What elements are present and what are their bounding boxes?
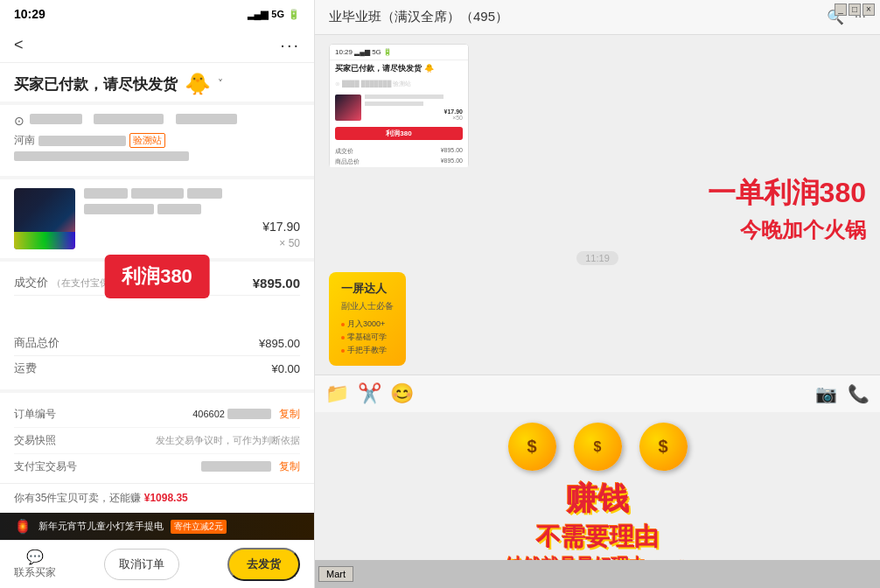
address-province: 河南 验溯站 <box>14 133 300 148</box>
recipient-phone2 <box>176 114 237 124</box>
mini-blur2 <box>365 102 423 106</box>
recipient-name <box>30 114 82 124</box>
earn-main-text: 赚钱 <box>506 478 688 521</box>
cancel-order-button[interactable]: 取消订单 <box>104 549 179 580</box>
chat-messages: 10:29 ▂▄▆ 5G 🔋 买家已付款，请尽快发货 🐥 ⊙ ████ ████… <box>315 35 880 374</box>
promo-text: 新年元宵节儿童小灯笼手提电 <box>38 520 164 533</box>
mini-product-img <box>335 94 361 121</box>
status-icons: ▂▄▆ 5G 🔋 <box>248 9 300 20</box>
total-price-row: 商品总价 ¥895.00 <box>14 331 300 356</box>
order-number-label: 订单编号 <box>14 407 56 422</box>
product-name-blur <box>84 188 300 199</box>
chat-image-message: 10:29 ▂▄▆ 5G 🔋 买家已付款，请尽快发货 🐥 ⊙ ████ ████… <box>329 44 469 167</box>
mini-blur1 <box>365 94 443 99</box>
address-full-blur <box>14 151 189 161</box>
back-button[interactable]: < <box>14 36 24 54</box>
right-panel-wrapper: _ □ × 业毕业班（满汉全席）（495） 🔍 ··· 10:29 ▂▄▆ 5G… <box>315 0 880 588</box>
order-no-blur <box>227 409 271 419</box>
chat-input-bar: 📁 ✂️ 😊 📷 📞 <box>315 374 880 412</box>
promo-banner: 🏮 新年元宵节儿童小灯笼手提电 寄件立减2元 <box>0 513 314 540</box>
product-image <box>14 188 75 249</box>
contact-icon: 💬 <box>14 549 56 565</box>
chat-header: 业毕业班（满汉全席）（495） 🔍 ··· <box>315 0 880 35</box>
left-panel: 10:29 ▂▄▆ 5G 🔋 < ··· 买家已付款，请尽快发货 🐥 ˅ ⊙ <box>0 0 315 588</box>
mini-product: ¥17.90 ×50 <box>330 91 468 124</box>
app-header: < ··· <box>0 28 314 63</box>
province-name: 河南 <box>14 133 35 148</box>
product-name-blur2 <box>84 204 300 214</box>
flash-note: 发生交易争议时，可作为判断依据 <box>156 434 300 447</box>
mini-price: ¥17.90 <box>365 108 463 115</box>
total-price-label: 商品总价 <box>14 335 59 351</box>
network-type: 5G <box>271 9 284 19</box>
mini-addr: ⊙ ████ ███████ 验溯站 <box>330 77 468 91</box>
chat-title: 业毕业班（满汉全席）（495） <box>329 9 820 25</box>
mini-header: 10:29 ▂▄▆ 5G 🔋 <box>330 45 468 60</box>
location-icon: ⊙ <box>14 114 24 128</box>
order-title-bar: 买家已付款，请尽快发货 🐥 ˅ <box>0 63 314 102</box>
order-number-row: 订单编号 406602 复制 <box>14 402 300 428</box>
total-price-value: ¥895.00 <box>259 337 300 350</box>
yellow-row-3: 手把手教学 <box>341 344 394 357</box>
yellow-card-subtitle: 副业人士必备 <box>341 300 394 312</box>
promo-icon: 🏮 <box>14 518 31 535</box>
message-timestamp: 11:19 <box>576 251 618 265</box>
coin-2: $ <box>574 423 622 471</box>
yellow-card-rows: 月入3000+ 零基础可学 手把手教学 <box>341 318 394 357</box>
taskbar-mart-item[interactable]: Mart <box>318 566 353 582</box>
profit-badge: 利润380 <box>104 255 210 298</box>
wechat-panel: 业毕业班（满汉全席）（495） 🔍 ··· 10:29 ▂▄▆ 5G 🔋 买家已… <box>315 0 880 588</box>
alipay-value: 复制 <box>201 459 300 474</box>
flash-snapshot-row: 交易快照 发生交易争议时，可作为判断依据 <box>14 428 300 454</box>
address-row: ⊙ <box>14 114 300 130</box>
yellow-row-1: 月入3000+ <box>341 318 394 331</box>
alipay-label: 支付宝交易号 <box>14 459 77 474</box>
status-bar: 10:29 ▂▄▆ 5G 🔋 <box>0 0 314 28</box>
mini-title: 买家已付款，请尽快发货 🐥 <box>330 60 468 77</box>
window-controls: _ □ × <box>829 0 880 19</box>
mini-price-row1: 成交价¥895.00 <box>335 146 463 157</box>
mini-qty: ×50 <box>365 115 463 121</box>
detection-badge: 验溯站 <box>129 133 165 148</box>
copy-order-btn[interactable]: 复制 <box>279 408 300 420</box>
maximize-button[interactable]: □ <box>849 4 861 16</box>
ship-order-button[interactable]: 去发货 <box>227 548 300 581</box>
recipient-phone <box>94 114 164 124</box>
bottom-tip: 你有35件宝贝可卖，还能赚 ¥1098.35 <box>0 483 314 513</box>
phone-icon[interactable]: 📞 <box>848 383 870 404</box>
order-title: 买家已付款，请尽快发货 <box>14 74 178 94</box>
shipping-label: 运费 <box>14 360 37 376</box>
scissors-icon[interactable]: ✂️ <box>358 382 381 405</box>
camera-icon[interactable]: 📷 <box>815 383 837 404</box>
folder-icon[interactable]: 📁 <box>325 382 349 405</box>
tip-amount: ¥1098.35 <box>144 492 188 504</box>
yellow-dot-2 <box>341 336 345 340</box>
signal-icon: ▂▄▆ <box>248 9 269 20</box>
mini-product-text: ¥17.90 ×50 <box>365 94 463 121</box>
close-button[interactable]: × <box>863 4 875 16</box>
product-price: ¥17.90 <box>84 220 300 234</box>
main-price-value: ¥895.00 <box>253 276 300 290</box>
address-section: ⊙ 河南 验溯站 <box>0 105 314 176</box>
emoji-icon[interactable]: 😊 <box>390 382 414 405</box>
yellow-card-title: 一屏达人 <box>341 281 394 297</box>
product-name1 <box>84 188 128 199</box>
coin-1: $ <box>508 423 556 471</box>
contact-buyer-button[interactable]: 💬 联系买家 <box>14 549 56 580</box>
more-menu-button[interactable]: ··· <box>280 35 300 55</box>
shipping-row: 运费 ¥0.00 <box>14 356 300 381</box>
product-name2 <box>131 188 184 199</box>
promo-badge: 寄件立减2元 <box>171 520 227 534</box>
minimize-button[interactable]: _ <box>835 4 847 16</box>
expand-icon: ˅ <box>218 78 223 90</box>
alipay-row: 支付宝交易号 复制 <box>14 454 300 480</box>
mini-price-row2: 商品总价¥895.00 <box>335 157 463 167</box>
alipay-blur <box>201 461 271 472</box>
mini-price-area: 成交价¥895.00 商品总价¥895.00 运费¥0.00 <box>330 143 468 167</box>
order-number-value: 406602 复制 <box>192 407 300 422</box>
coins-row: $ $ $ <box>508 423 688 471</box>
order-content: ⊙ 河南 验溯站 <box>0 102 314 483</box>
mini-profit-badge: 利润380 <box>335 127 463 140</box>
duck-icon: 🐥 <box>185 72 211 96</box>
copy-alipay-btn[interactable]: 复制 <box>279 460 300 472</box>
